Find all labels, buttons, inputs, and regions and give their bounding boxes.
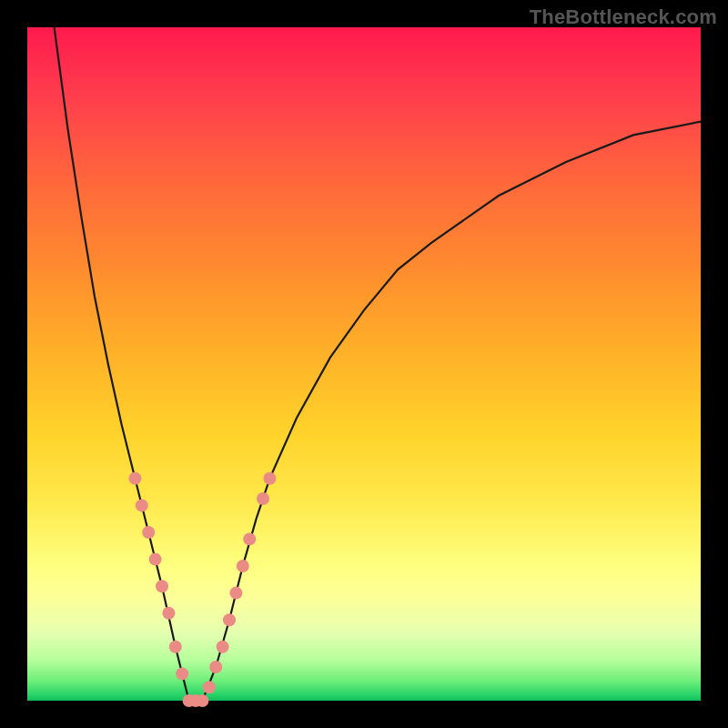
highlight-marker (128, 472, 141, 485)
plot-area (27, 27, 701, 701)
highlight-marker (176, 667, 188, 680)
highlight-marker (263, 472, 276, 485)
highlight-marker (196, 694, 208, 707)
highlight-marker (149, 553, 162, 566)
watermark-text: TheBottleneck.com (530, 5, 717, 29)
highlight-marker (243, 532, 256, 545)
highlight-marker (156, 580, 168, 592)
curve-svg (27, 27, 701, 701)
highlight-marker (229, 587, 242, 600)
chart-frame: TheBottleneck.com (0, 0, 728, 728)
marker-group (128, 472, 276, 707)
highlight-marker (237, 560, 249, 572)
highlight-marker (209, 661, 222, 673)
highlight-marker (169, 641, 182, 653)
highlight-marker (203, 681, 216, 693)
highlight-marker (136, 499, 148, 511)
highlight-marker (217, 641, 229, 653)
highlight-marker (142, 526, 155, 539)
bottleneck-curve (55, 27, 701, 701)
highlight-marker (257, 492, 269, 505)
highlight-marker (223, 613, 236, 626)
highlight-marker (162, 607, 175, 620)
